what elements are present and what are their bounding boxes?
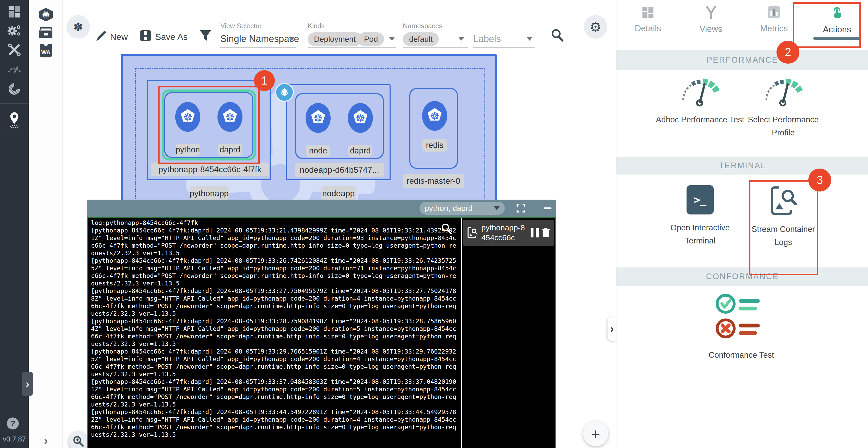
pause-icon[interactable] — [531, 228, 539, 237]
container-node-redis[interactable]: ☸ — [422, 101, 447, 131]
kubernetes-wheel-icon: ☸ — [313, 113, 323, 124]
action-open-interactive-terminal[interactable]: >_ Open Interactive Terminal — [657, 185, 743, 247]
pod-group-pythonapp[interactable]: ☸ ☸ python daprd pythonapp-8454cc66c-4f7… — [147, 80, 271, 180]
rail-item-webassembly[interactable]: WA — [29, 43, 63, 58]
deployment-label-pythonapp: pythonapp — [190, 186, 229, 200]
sidebar-item-dashboard[interactable] — [0, 3, 29, 21]
terminal-prompt-icon: >_ — [686, 185, 714, 214]
log-entry: [pythonapp-8454cc66c-4f7fk:daprd] 2024-0… — [91, 378, 458, 408]
rail-item-archive[interactable] — [29, 25, 63, 40]
save-as-button[interactable]: Save As — [155, 32, 188, 42]
webassembly-icon: WA — [40, 44, 52, 57]
kind-chip-deployment[interactable]: Deployment — [308, 32, 362, 46]
performance-gauge-icon — [761, 77, 805, 107]
underline — [403, 48, 468, 48]
chevron-down-icon[interactable] — [527, 37, 532, 41]
rail-collapse-button[interactable]: › — [29, 433, 63, 448]
archive-box-icon — [39, 26, 53, 39]
log-output-area[interactable]: log:pythonapp-8454cc66c-4f7fk [pythonapp… — [88, 218, 461, 448]
kubernetes-wheel-icon: ☸ — [430, 111, 440, 122]
sidebar-item-operations[interactable] — [0, 21, 29, 40]
dashboard-grid-icon — [7, 5, 21, 19]
container-node-daprd[interactable]: ☸ — [348, 103, 373, 133]
details-panel: Details Views Metrics — [616, 0, 868, 448]
container-node-node[interactable]: ☸ — [306, 103, 331, 133]
log-entry: [pythonapp-8454cc66c-4f7fk:daprd] 2024-0… — [91, 348, 458, 378]
action-adhoc-performance-test[interactable]: Adhoc Performance Test — [654, 77, 746, 126]
minimize-icon[interactable] — [544, 207, 552, 209]
mesh-pie-icon — [7, 82, 21, 96]
deployment-label-nodeapp: nodeapp — [321, 186, 355, 200]
location-pin-icon — [9, 112, 20, 128]
canvas-zoom-button[interactable] — [68, 431, 88, 448]
dapr-logo-icon: ✺ — [39, 8, 53, 21]
sidebar-item-tools[interactable] — [0, 41, 29, 59]
action-conformance-test[interactable]: Conformance Test — [689, 292, 794, 362]
log-line: log:pythonapp-8454cc66c-4f7fk — [91, 219, 458, 227]
filter-funnel-icon[interactable] — [199, 30, 212, 43]
add-button[interactable]: + — [583, 421, 608, 446]
main-area: ✽ New Save As View Selector Single Names… — [63, 0, 616, 448]
log-stream-tab-pythonapp[interactable]: pythonapp-8454cc66c — [463, 220, 554, 246]
chevron-down-icon[interactable] — [289, 37, 294, 41]
settings-button[interactable]: ⚙ — [584, 15, 607, 39]
underline — [220, 48, 296, 48]
sidebar-item-performance[interactable] — [0, 59, 29, 78]
labels-dropdown[interactable]: Labels — [473, 33, 501, 44]
kind-chip-pod[interactable]: Pod — [358, 32, 384, 46]
search-icon[interactable] — [551, 28, 564, 42]
log-entry: [pythonapp-8454cc66c-4f7fk:daprd] 2024-0… — [91, 257, 458, 287]
chevron-down-icon[interactable] — [389, 37, 395, 41]
panel-collapse-handle[interactable]: › — [608, 317, 616, 341]
graph-menu-button[interactable]: ✽ — [66, 15, 90, 39]
container-selector-dropdown[interactable]: python, daprd — [420, 202, 505, 215]
log-search-icon[interactable] — [440, 222, 453, 234]
tab-label: pythonapp-8454cc66c — [481, 223, 529, 243]
section-header-terminal: TERMINAL — [616, 157, 868, 175]
terminal-header[interactable]: python, daprd — [87, 200, 556, 217]
container-label: daprd — [348, 145, 372, 157]
app-version: v0.7.87 — [0, 435, 29, 443]
pod-redis[interactable]: ☸ redis — [409, 88, 458, 169]
annotation-badge-2: 2 — [776, 41, 799, 64]
tab-label: Views — [700, 24, 722, 34]
secondary-rail: ✺ WA › — [29, 0, 63, 448]
view-selector-label: View Selector — [220, 22, 262, 30]
save-icon[interactable] — [140, 30, 152, 42]
pencil-icon[interactable] — [95, 30, 107, 42]
action-label: Open Interactive Terminal — [657, 221, 743, 247]
trash-icon[interactable] — [541, 227, 550, 238]
rail-item-dapr[interactable]: ✺ — [29, 6, 63, 23]
chevron-down-icon — [494, 206, 500, 210]
section-header-performance: PERFORMANCE — [616, 50, 868, 70]
annotation-rect-1 — [158, 86, 260, 164]
underline — [473, 48, 534, 48]
performance-gauge-icon — [678, 77, 722, 107]
sidebar-divider — [0, 103, 29, 103]
pod-name-label: redis-master-0 — [403, 174, 464, 188]
pod-group-nodeapp[interactable]: ☸ ☸ node daprd nodeapp-d64b5747... — [286, 84, 391, 180]
chevron-right-icon: › — [44, 434, 48, 447]
help-button[interactable]: ? — [7, 417, 19, 429]
annotation-badge-3: 3 — [808, 169, 831, 191]
gears-icon — [6, 24, 22, 37]
dapr-sidecar-badge-icon: ✺ — [275, 83, 294, 102]
chevron-down-icon[interactable] — [458, 37, 464, 41]
gear-icon: ⚙ — [590, 19, 602, 35]
annotation-rect-3 — [749, 180, 818, 275]
action-label: Select Performance Profile — [738, 113, 829, 139]
tab-details[interactable]: Details — [616, 0, 680, 45]
sidebar-item-service-mesh[interactable] — [0, 80, 29, 98]
namespace-chip-default[interactable]: default — [403, 32, 439, 46]
fullscreen-icon[interactable] — [517, 204, 525, 213]
namespaces-label: Namespaces — [403, 22, 442, 30]
action-select-performance-profile[interactable]: Select Performance Profile — [738, 77, 829, 139]
action-label: Conformance Test — [709, 349, 774, 362]
kubernetes-wheel-icon: ☸ — [355, 113, 365, 124]
view-selector-dropdown[interactable]: Single Namespace — [220, 33, 299, 44]
views-branch-icon — [705, 6, 718, 19]
sidebar-item-locations[interactable] — [0, 108, 29, 132]
sidebar-expand-button[interactable]: › — [22, 372, 33, 396]
new-button[interactable]: New — [110, 32, 128, 42]
tab-views[interactable]: Views — [680, 0, 743, 45]
